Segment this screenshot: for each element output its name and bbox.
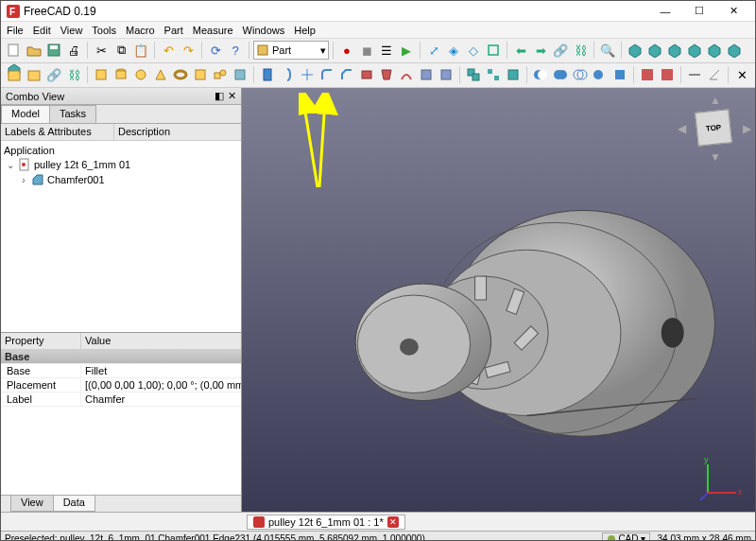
refresh-icon[interactable]: ⟳ (206, 41, 225, 60)
bool-fuse-icon[interactable] (551, 65, 570, 84)
view-axo-icon[interactable] (484, 41, 503, 60)
tab-view[interactable]: View (10, 496, 54, 512)
combo-close-icon[interactable]: ✕ (228, 90, 236, 102)
part-group-icon[interactable] (5, 65, 24, 84)
document-tab[interactable]: pulley 12t 6_1mm 01 : 1* ✕ (247, 515, 405, 530)
new-icon[interactable] (5, 41, 24, 60)
part-group2-icon[interactable] (25, 65, 43, 84)
expander-icon[interactable]: ⌄ (6, 160, 15, 170)
measure-ang-icon[interactable] (705, 65, 724, 84)
zoom-icon[interactable]: 🔍 (598, 41, 617, 60)
print-icon[interactable]: 🖨 (64, 41, 83, 60)
menu-view[interactable]: View (60, 25, 83, 36)
paste-icon[interactable]: 📋 (131, 41, 150, 60)
menu-file[interactable]: File (7, 25, 24, 36)
bool-common-icon[interactable] (571, 65, 590, 84)
sweep-icon[interactable] (397, 65, 416, 84)
help-icon[interactable]: ? (226, 41, 245, 60)
workbench-selector[interactable]: Part ▾ (253, 41, 329, 60)
maximize-button[interactable]: ☐ (683, 2, 715, 21)
macro-record-icon[interactable]: ● (337, 41, 356, 60)
primitives-icon[interactable] (211, 65, 230, 84)
cross-icon[interactable] (437, 65, 455, 84)
cone-icon[interactable] (151, 65, 170, 84)
compfilter-icon[interactable] (504, 65, 523, 84)
link-make-icon[interactable]: 🔗 (44, 65, 63, 84)
cube-icon[interactable] (92, 65, 111, 84)
torus-icon[interactable] (171, 65, 190, 84)
sphere-icon[interactable] (131, 65, 150, 84)
save-icon[interactable] (44, 41, 63, 60)
tree-root[interactable]: Application (4, 144, 238, 157)
expander-icon[interactable]: › (19, 175, 28, 185)
prism-icon[interactable] (191, 65, 210, 84)
cut-icon[interactable]: ✂ (92, 41, 111, 60)
menu-windows[interactable]: Windows (243, 25, 285, 36)
fillet-icon[interactable] (318, 65, 336, 84)
tree-doc[interactable]: ⌄ pulley 12t 6_1mm 01 (4, 157, 238, 172)
view-top-icon[interactable] (645, 41, 664, 60)
nav-fwd-icon[interactable]: ➡ (531, 41, 550, 60)
redo-icon[interactable]: ↷ (179, 41, 198, 60)
macro-list-icon[interactable]: ☰ (377, 41, 396, 60)
link-icon[interactable]: 🔗 (551, 41, 570, 60)
cylinder-icon[interactable] (112, 65, 130, 84)
chamfer-icon[interactable] (337, 65, 356, 84)
minimize-button[interactable]: — (649, 2, 681, 21)
model-tree[interactable]: Application ⌄ pulley 12t 6_1mm 01 › Cham… (1, 141, 241, 332)
undo-icon[interactable]: ↶ (159, 41, 178, 60)
tab-tasks[interactable]: Tasks (49, 105, 96, 123)
menu-part[interactable]: Part (164, 25, 183, 36)
mirror-icon[interactable] (298, 65, 317, 84)
macro-stop-icon[interactable]: ◼ (357, 41, 376, 60)
link-rel-icon[interactable]: ⛓ (64, 65, 83, 84)
tab-data[interactable]: Data (53, 496, 95, 512)
fit-sel-icon[interactable]: ◈ (444, 41, 463, 60)
bool-cut-icon[interactable] (531, 65, 550, 84)
ruled-icon[interactable] (357, 65, 376, 84)
view-bottom-icon[interactable] (705, 41, 724, 60)
measure-lin-icon[interactable] (685, 65, 704, 84)
prop-val[interactable]: Chamfer (81, 393, 241, 406)
loft-icon[interactable] (377, 65, 396, 84)
menu-measure[interactable]: Measure (193, 25, 233, 36)
revolve-icon[interactable] (278, 65, 297, 84)
extrude-icon[interactable] (258, 65, 277, 84)
menu-edit[interactable]: Edit (33, 25, 51, 36)
prop-val[interactable]: Fillet (81, 364, 241, 377)
prop-row[interactable]: Base Fillet (1, 364, 241, 378)
measure-clr-icon[interactable]: ✕ (732, 65, 751, 84)
3d-viewport[interactable]: TOP ▲ ▼ ◀ ▶ (242, 88, 755, 512)
open-icon[interactable] (25, 41, 43, 60)
macro-play-icon[interactable]: ▶ (397, 41, 416, 60)
view-iso-icon[interactable]: ◇ (464, 41, 483, 60)
compound-icon[interactable] (464, 65, 483, 84)
close-button[interactable]: ✕ (717, 2, 749, 21)
menu-help[interactable]: Help (294, 25, 316, 36)
copy-icon[interactable]: ⧉ (112, 41, 130, 60)
view-left-icon[interactable] (725, 41, 744, 60)
refine-icon[interactable] (658, 65, 677, 84)
view-front-icon[interactable] (626, 41, 644, 60)
prop-row[interactable]: Placement [(0,00 0,00 1,00); 0,00 °; (0,… (1, 378, 241, 393)
builder-icon[interactable] (231, 65, 249, 84)
menu-macro[interactable]: Macro (126, 25, 155, 36)
prop-val[interactable]: [(0,00 0,00 1,00); 0,00 °; (0,00 mm 0,00… (81, 378, 241, 392)
bool-connect-icon[interactable] (591, 65, 610, 84)
explode-icon[interactable] (484, 65, 503, 84)
bool-embed-icon[interactable] (610, 65, 629, 84)
prop-row[interactable]: Label Chamfer (1, 393, 241, 407)
tab-close-icon[interactable]: ✕ (387, 516, 399, 528)
section-icon[interactable] (417, 65, 436, 84)
tab-model[interactable]: Model (1, 105, 50, 123)
link-all-icon[interactable]: ⛓ (571, 41, 590, 60)
view-rear-icon[interactable] (685, 41, 704, 60)
view-right-icon[interactable] (665, 41, 684, 60)
check-icon[interactable] (638, 65, 657, 84)
nav-mode[interactable]: CAD ▾ (602, 532, 649, 541)
menu-tools[interactable]: Tools (92, 25, 116, 36)
combo-float-icon[interactable]: ◧ (215, 90, 224, 102)
fit-all-icon[interactable]: ⤢ (424, 41, 443, 60)
tree-feature[interactable]: › Chamfer001 (4, 172, 238, 187)
nav-back-icon[interactable]: ⬅ (511, 41, 530, 60)
